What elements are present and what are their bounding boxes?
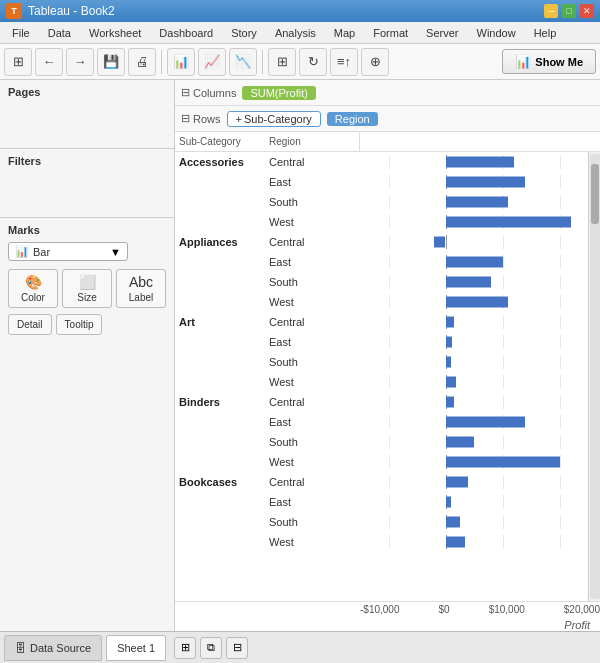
marks-section: Marks 📊 Bar ▼ 🎨 Color ⬜ Size Abc <box>0 218 174 341</box>
bar-container[interactable] <box>360 475 588 489</box>
color-button[interactable]: 🎨 Color <box>8 269 58 308</box>
row-pill-1[interactable]: + Sub-Category <box>227 111 321 127</box>
bar-container[interactable] <box>360 235 588 249</box>
menu-analysis[interactable]: Analysis <box>267 25 324 41</box>
chart-content: Sub-Category Region AccessoriesCentralEa… <box>175 132 600 631</box>
chart-body: AccessoriesCentralEastSouthWestAppliance… <box>175 152 600 601</box>
grid-line <box>560 255 561 269</box>
minimize-button[interactable]: ─ <box>544 4 558 18</box>
scrollbar-thumb[interactable] <box>591 164 599 224</box>
label-button[interactable]: Abc Label <box>116 269 166 308</box>
bar-container[interactable] <box>360 375 588 389</box>
toolbar-grid-btn[interactable]: ⊞ <box>4 48 32 76</box>
x-axis-label-2: $10,000 <box>489 604 525 615</box>
toolbar-chart2-btn[interactable]: 📈 <box>198 48 226 76</box>
menu-server[interactable]: Server <box>418 25 466 41</box>
bar-container[interactable] <box>360 535 588 549</box>
subcategory-label-4: Bookcases <box>175 472 265 552</box>
toolbar-save-btn[interactable]: 💾 <box>97 48 125 76</box>
menu-data[interactable]: Data <box>40 25 79 41</box>
bar-container[interactable] <box>360 195 588 209</box>
bar-container[interactable] <box>360 315 588 329</box>
table-row: South <box>265 192 588 212</box>
menu-story[interactable]: Story <box>223 25 265 41</box>
columns-label: ⊟ Columns <box>181 86 236 99</box>
bar[interactable] <box>446 517 460 528</box>
bar[interactable] <box>434 237 445 248</box>
bar-container[interactable] <box>360 395 588 409</box>
column-pill[interactable]: SUM(Profit) <box>242 86 315 100</box>
bar[interactable] <box>446 377 456 388</box>
grid-line <box>389 355 390 369</box>
scrollbar-track[interactable] <box>590 154 600 599</box>
size-button[interactable]: ⬜ Size <box>62 269 112 308</box>
chart-scrollbar[interactable] <box>588 152 600 601</box>
bar-container[interactable] <box>360 435 588 449</box>
bar-container[interactable] <box>360 255 588 269</box>
bar[interactable] <box>446 477 469 488</box>
sheet1-tab[interactable]: Sheet 1 <box>106 635 166 661</box>
bar[interactable] <box>446 277 492 288</box>
toolbar-print-btn[interactable]: 🖨 <box>128 48 156 76</box>
bar[interactable] <box>446 337 453 348</box>
menu-dashboard[interactable]: Dashboard <box>151 25 221 41</box>
bar[interactable] <box>446 497 452 508</box>
region-name-label: South <box>265 276 360 288</box>
bar[interactable] <box>446 177 526 188</box>
marks-type-dropdown[interactable]: 📊 Bar ▼ <box>8 242 128 261</box>
toolbar-chart3-btn[interactable]: 📉 <box>229 48 257 76</box>
bar[interactable] <box>446 317 455 328</box>
toolbar-table-btn[interactable]: ⊞ <box>268 48 296 76</box>
show-me-button[interactable]: 📊 Show Me <box>502 49 596 74</box>
menu-help[interactable]: Help <box>526 25 565 41</box>
bar[interactable] <box>446 197 509 208</box>
toolbar-refresh-btn[interactable]: ↻ <box>299 48 327 76</box>
bar[interactable] <box>446 157 514 168</box>
menu-format[interactable]: Format <box>365 25 416 41</box>
region-name-label: Central <box>265 476 360 488</box>
bar-container[interactable] <box>360 175 588 189</box>
toolbar-filter-btn[interactable]: ⊕ <box>361 48 389 76</box>
bar[interactable] <box>446 417 526 428</box>
bar-container[interactable] <box>360 495 588 509</box>
detail-button[interactable]: Detail <box>8 314 52 335</box>
bar-container[interactable] <box>360 155 588 169</box>
sheet-label: Sheet 1 <box>117 642 155 654</box>
columns-icon: ⊟ <box>181 86 190 99</box>
bar[interactable] <box>446 217 571 228</box>
bar-container[interactable] <box>360 415 588 429</box>
bar[interactable] <box>446 537 466 548</box>
toolbar-chart-btn[interactable]: 📊 <box>167 48 195 76</box>
bar-container[interactable] <box>360 455 588 469</box>
bar[interactable] <box>446 257 503 268</box>
bar-container[interactable] <box>360 335 588 349</box>
menu-file[interactable]: File <box>4 25 38 41</box>
tooltip-button[interactable]: Tooltip <box>56 314 103 335</box>
bar[interactable] <box>446 457 560 468</box>
menu-map[interactable]: Map <box>326 25 363 41</box>
menu-window[interactable]: Window <box>469 25 524 41</box>
bar[interactable] <box>446 297 509 308</box>
bar-container[interactable] <box>360 355 588 369</box>
duplicate-sheet-btn[interactable]: ⧉ <box>200 637 222 659</box>
bar[interactable] <box>446 357 451 368</box>
table-row: East <box>265 492 588 512</box>
toolbar-sort-btn[interactable]: ≡↑ <box>330 48 358 76</box>
new-dashboard-btn[interactable]: ⊟ <box>226 637 248 659</box>
maximize-button[interactable]: □ <box>562 4 576 18</box>
data-source-tab[interactable]: 🗄 Data Source <box>4 635 102 661</box>
bar[interactable] <box>446 397 455 408</box>
bar-container[interactable] <box>360 515 588 529</box>
grid-line <box>503 355 504 369</box>
bar-container[interactable] <box>360 295 588 309</box>
row-pill-2[interactable]: Region <box>327 112 378 126</box>
menu-worksheet[interactable]: Worksheet <box>81 25 149 41</box>
toolbar-back-btn[interactable]: ← <box>35 48 63 76</box>
close-button[interactable]: ✕ <box>580 4 594 18</box>
toolbar-forward-btn[interactable]: → <box>66 48 94 76</box>
table-row: West <box>265 372 588 392</box>
bar-container[interactable] <box>360 215 588 229</box>
new-sheet-btn[interactable]: ⊞ <box>174 637 196 659</box>
bar[interactable] <box>446 437 475 448</box>
bar-container[interactable] <box>360 275 588 289</box>
